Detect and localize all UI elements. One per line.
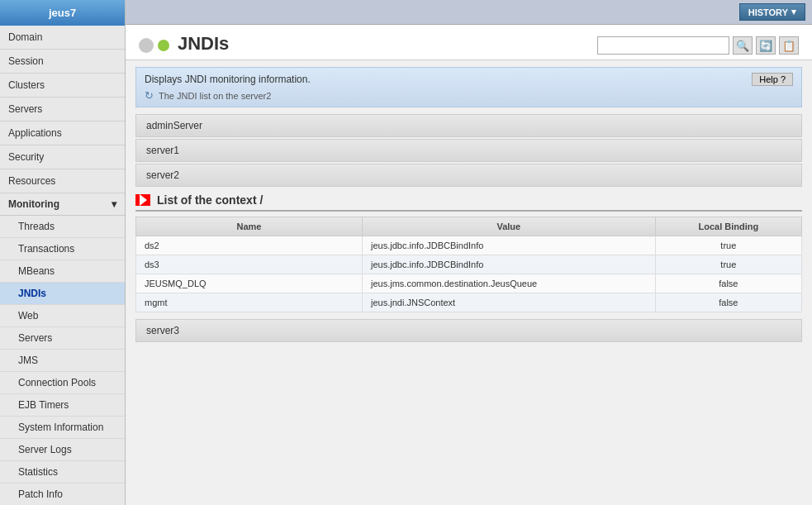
circle-decoration-1 — [139, 38, 154, 53]
sidebar-item-transactions[interactable]: Transactions — [0, 238, 125, 260]
cell-local-binding: true — [655, 236, 801, 255]
cell-name: ds3 — [136, 255, 363, 274]
table-header: Name Value Local Binding — [136, 217, 802, 236]
table-row: JEUSMQ_DLQ jeus.jms.common.destination.J… — [136, 274, 802, 293]
info-bar-top: Displays JNDI monitoring information. He… — [145, 73, 793, 86]
table-row: mgmt jeus.jndi.JNSContext false — [136, 293, 802, 312]
sidebar-item-web[interactable]: Web — [0, 305, 125, 327]
history-button[interactable]: HISTORY ▾ — [739, 3, 805, 21]
sidebar-item-servers[interactable]: Servers — [0, 98, 125, 121]
refresh-icon: ↻ — [145, 89, 154, 102]
server-row-3[interactable]: server3 — [135, 319, 802, 342]
col-header-value: Value — [363, 217, 656, 236]
sidebar-item-resources[interactable]: Resources — [0, 169, 125, 193]
sidebar-item-patch-info[interactable]: Patch Info — [0, 484, 125, 505]
topbar: HISTORY ▾ — [126, 0, 812, 25]
table-body: ds2 jeus.jdbc.info.JDBCBindInfo true ds3… — [136, 236, 802, 312]
info-sub-text: The JNDI list on the server2 — [159, 91, 271, 101]
history-label: HISTORY — [748, 7, 788, 17]
sidebar-item-applications[interactable]: Applications — [0, 121, 125, 145]
cell-local-binding: true — [655, 255, 801, 274]
search-area: 🔍 🔄 📋 — [597, 36, 799, 55]
help-label: Help — [759, 74, 778, 84]
sidebar-item-connection-pools[interactable]: Connection Pools — [0, 372, 125, 394]
sidebar-item-server-logs[interactable]: Server Logs — [0, 439, 125, 461]
sidebar-item-mbeans[interactable]: MBeans — [0, 260, 125, 283]
server-row-2[interactable]: server2 — [135, 164, 802, 187]
sidebar-item-threads[interactable]: Threads — [0, 216, 125, 238]
page-title-area: JNDIs — [139, 33, 229, 55]
search-button[interactable]: 🔍 — [733, 36, 753, 55]
sidebar-group-monitoring-label: Monitoring — [8, 198, 59, 210]
sidebar-item-servers-mon[interactable]: Servers — [0, 327, 125, 350]
sidebar-group-monitoring[interactable]: Monitoring ▾ — [0, 193, 125, 216]
context-title: List of the context / — [157, 193, 263, 207]
server-row-admin[interactable]: adminServer — [135, 114, 802, 137]
jndi-table: Name Value Local Binding ds2 jeus.jdbc.i… — [135, 217, 802, 312]
help-icon: ? — [781, 74, 786, 84]
sidebar-item-ejb-timers[interactable]: EJB Timers — [0, 394, 125, 417]
content: adminServer server1 server2 List of the … — [126, 111, 812, 505]
sidebar-item-jndis[interactable]: JNDIs — [0, 283, 125, 305]
cell-local-binding: false — [655, 274, 801, 293]
info-bar-sub: ↻ The JNDI list on the server2 — [145, 89, 793, 102]
cell-name: ds2 — [136, 236, 363, 255]
info-bar: Displays JNDI monitoring information. He… — [135, 67, 802, 107]
context-header: List of the context / — [135, 193, 802, 212]
cell-value: jeus.jdbc.info.JDBCBindInfo — [363, 255, 656, 274]
circle-decoration-2 — [158, 40, 169, 51]
sidebar-item-session[interactable]: Session — [0, 50, 125, 74]
table-header-row: Name Value Local Binding — [136, 217, 802, 236]
export-button[interactable]: 📋 — [779, 36, 799, 55]
cell-local-binding: false — [655, 293, 801, 312]
server-row-1[interactable]: server1 — [135, 139, 802, 162]
cell-value: jeus.jndi.JNSContext — [363, 293, 656, 312]
page-title: JNDIs — [178, 33, 229, 55]
search-input[interactable] — [597, 36, 729, 55]
sidebar-item-jms[interactable]: JMS — [0, 350, 125, 372]
refresh-button[interactable]: 🔄 — [756, 36, 776, 55]
col-header-local: Local Binding — [655, 217, 801, 236]
sidebar: jeus7 Domain Session Clusters Servers Ap… — [0, 0, 126, 505]
sidebar-item-system-info[interactable]: System Information — [0, 417, 125, 439]
cell-name: mgmt — [136, 293, 363, 312]
chevron-down-icon: ▾ — [791, 7, 796, 17]
help-button[interactable]: Help ? — [752, 73, 793, 86]
sidebar-item-statistics[interactable]: Statistics — [0, 461, 125, 484]
decorative-circles — [139, 38, 169, 53]
sidebar-item-clusters[interactable]: Clusters — [0, 74, 125, 98]
cell-value: jeus.jdbc.info.JDBCBindInfo — [363, 236, 656, 255]
table-row: ds3 jeus.jdbc.info.JDBCBindInfo true — [136, 255, 802, 274]
cell-value: jeus.jms.common.destination.JeusQueue — [363, 274, 656, 293]
sidebar-item-domain[interactable]: Domain — [0, 26, 125, 50]
info-bar-title: Displays JNDI monitoring information. — [145, 74, 311, 85]
cell-name: JEUSMQ_DLQ — [136, 274, 363, 293]
page-header: JNDIs 🔍 🔄 📋 — [126, 25, 812, 60]
context-flag-icon — [135, 194, 150, 206]
sidebar-item-security[interactable]: Security — [0, 145, 125, 169]
chevron-down-icon: ▾ — [112, 198, 116, 210]
sidebar-title: jeus7 — [0, 0, 125, 26]
table-row: ds2 jeus.jdbc.info.JDBCBindInfo true — [136, 236, 802, 255]
col-header-name: Name — [136, 217, 363, 236]
main-content: HISTORY ▾ JNDIs 🔍 🔄 📋 Displays JNDI moni… — [126, 0, 812, 505]
